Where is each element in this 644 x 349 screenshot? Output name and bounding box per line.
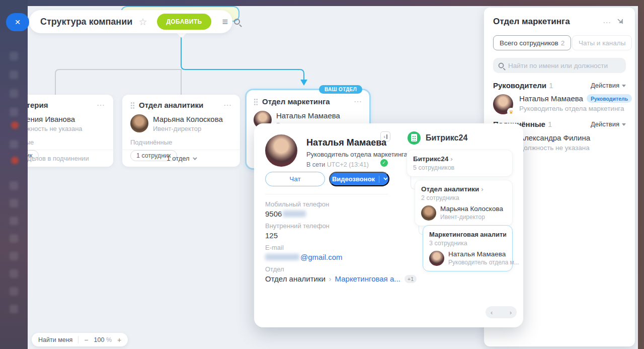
tree-node-analytics[interactable]: Отдел аналитики› 2 сотрудника Марьяна Ко… <box>415 180 513 226</box>
your-dept-badge: ВАШ ОТДЕЛ <box>319 85 362 94</box>
profile-role: Руководитель отдела маркетинга <box>306 151 408 158</box>
page-header: Структура компании ☆ ДОБАВИТЬ ≡ <box>29 10 232 33</box>
tree-node-count: 2 сотрудника <box>421 194 506 201</box>
tree-pagination: ‹ › <box>486 306 517 318</box>
subordinates-label: Подчинённые <box>130 138 232 146</box>
avatar <box>421 205 436 221</box>
company-logo-icon <box>408 131 421 145</box>
manager-row[interactable]: ♛ Наталья Мамаева Руководитель Руководит… <box>493 94 629 114</box>
tree-person-row[interactable]: Марьяна Колоскова Ивент-директор <box>421 205 506 221</box>
panel-overflow-menu-icon[interactable]: ⋯ <box>603 19 611 27</box>
menu-icon[interactable]: ≡ <box>222 16 228 28</box>
check-icon: ✓ <box>380 159 388 167</box>
zoom-level: 100 % <box>94 336 112 343</box>
avatar <box>130 114 148 132</box>
caret-down-icon <box>622 85 626 87</box>
prev-page-button[interactable]: ‹ <box>491 309 493 316</box>
email-label: E-mail <box>265 244 284 251</box>
zoom-in-button[interactable]: + <box>117 336 121 344</box>
internal-phone-label: Внутренний телефон <box>265 222 330 230</box>
favorite-star-icon[interactable]: ☆ <box>138 17 147 27</box>
email-domain[interactable]: @gmail.com <box>300 253 343 261</box>
tree-person-row[interactable]: Наталья Мамаева Руководитель отдела м... <box>429 250 506 266</box>
find-me-button[interactable]: Найти меня <box>38 336 72 343</box>
tree-node-company[interactable]: Битрикс24› 5 сотрудников <box>407 150 513 177</box>
actions-dropdown[interactable]: Действия <box>591 82 626 89</box>
section-count: 1 <box>549 81 591 90</box>
tree-node-marketing-analytics[interactable]: Маркетинговая аналитика› 3 сотрудника На… <box>423 225 513 271</box>
tab-chats-channels[interactable]: Чаты и каналы <box>572 35 632 50</box>
redacted-text <box>283 211 306 217</box>
company-name: Битрикс24 <box>426 133 467 143</box>
person-name: Марьяна Колоскова <box>153 115 223 123</box>
internal-phone-value: 125 <box>265 231 278 240</box>
blurred-menu <box>0 0 28 349</box>
dept-expand-footer[interactable]: 1 отдел <box>122 150 240 167</box>
video-call-button[interactable]: Видеозвонок <box>329 172 389 186</box>
add-button[interactable]: ДОБАВИТЬ <box>157 14 211 30</box>
overflow-menu-icon[interactable]: ⋯ <box>97 101 105 109</box>
app-root: 3 отдела Структура компании ☆ ДОБАВИТЬ ≡… <box>0 0 644 349</box>
employee-profile-popup: ‹ ✓ Наталья Мамаева Руководитель отдела … <box>254 123 523 327</box>
avatar <box>265 134 297 167</box>
mobile-phone-label: Мобильный телефон <box>265 200 329 208</box>
dept-head-row[interactable]: Марьяна Колоскова Ивент-директор <box>130 114 232 132</box>
tree-node-title: Отдел аналитики <box>421 185 479 193</box>
dept-title: Отдел аналитики <box>139 101 219 109</box>
role-badge: Руководитель <box>587 94 632 103</box>
close-slider-button[interactable]: × <box>6 13 29 31</box>
person-role: Руководитель отдела маркетинга <box>519 105 632 112</box>
chat-button[interactable]: Чат <box>265 172 325 186</box>
avatar: ♛ <box>493 94 513 114</box>
tab-count: 2 <box>561 39 565 47</box>
person-name: Наталья Мамаева <box>519 94 583 103</box>
dept-title: Отдел маркетинга <box>262 97 350 106</box>
timezone-label: UTC+2 (13:41) <box>327 161 369 168</box>
redacted-text <box>265 254 299 260</box>
managers-section-header: Руководители 1 Действия <box>493 81 626 90</box>
drag-handle-icon[interactable] <box>254 98 258 105</box>
section-label: Руководители <box>493 81 546 90</box>
zoom-out-button[interactable]: − <box>84 336 88 344</box>
person-role: Руководитель отдела м... <box>448 259 519 266</box>
search-input[interactable] <box>508 62 619 69</box>
overflow-menu-icon[interactable]: ⋯ <box>223 101 232 109</box>
actions-dropdown[interactable]: Действия <box>591 120 626 128</box>
panel-search[interactable] <box>493 58 626 73</box>
tab-all-employees[interactable]: Всего сотрудников 2 <box>493 35 571 50</box>
person-name: Александра Филина <box>519 133 590 142</box>
dept-path-child[interactable]: Маркетинговая а... <box>335 274 400 283</box>
left-sidebar <box>0 0 28 349</box>
tree-node-count: 5 сотрудников <box>413 164 506 171</box>
dept-path-parent[interactable]: Отдел аналитики <box>265 274 326 283</box>
tree-node-title: Битрикс24 <box>413 155 448 163</box>
phone-digits: 9506 <box>265 210 282 218</box>
chevron-right-icon: › <box>481 185 484 193</box>
next-page-button[interactable]: › <box>510 309 512 316</box>
person-name: Наталья Мамаева <box>276 111 377 120</box>
email-value[interactable]: @gmail.com <box>265 253 343 261</box>
drag-handle-icon[interactable] <box>130 102 135 109</box>
chevron-down-icon[interactable] <box>383 176 387 180</box>
video-call-label: Видеозвонок <box>332 175 375 183</box>
avatar <box>429 251 444 266</box>
person-role: Должность не указана <box>519 144 590 152</box>
actions-label: Действия <box>591 120 619 128</box>
notification-dot <box>11 121 19 129</box>
tab-label: Чаты и каналы <box>579 39 625 47</box>
panel-title: Отдел маркетинга <box>493 17 570 27</box>
person-name: Наталья Мамаева <box>448 250 519 258</box>
child-dept-count: 1 отдел <box>167 155 189 162</box>
tree-node-title: Маркетинговая аналитика <box>429 231 506 238</box>
mobile-phone-value[interactable]: 9506 <box>265 210 306 218</box>
button-divider <box>379 176 379 183</box>
tab-label: Всего сотрудников <box>500 39 558 47</box>
overflow-menu-icon[interactable]: ⋯ <box>354 98 362 106</box>
panel-collapse-icon[interactable] <box>617 18 623 27</box>
canvas-controls: Найти меня − 100 % + <box>32 333 128 346</box>
person-role: Ивент-директор <box>440 214 503 221</box>
company-structure-pane: Битрикс24 Битрикс24› 5 сотрудников Отдел… <box>398 123 523 327</box>
dept-card-analytics[interactable]: Отдел аналитики ⋯ Марьяна Колоскова Ивен… <box>122 95 240 167</box>
department-path: Отдел аналитики › Маркетинговая а... +1 <box>265 274 417 283</box>
search-icon <box>499 63 504 68</box>
